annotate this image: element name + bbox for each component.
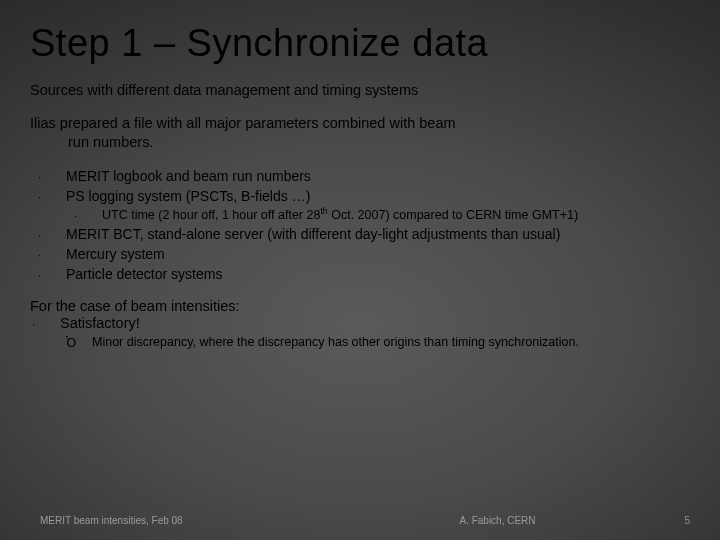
- slide-title: Step 1 – Synchronize data: [30, 22, 690, 65]
- bullet-dash-icon: ·: [36, 168, 66, 186]
- description-paragraph: Ilias prepared a file with all major par…: [30, 114, 690, 152]
- footer-left: MERIT beam intensities, Feb 08: [40, 515, 345, 526]
- bullet-dash-icon: ·: [36, 226, 66, 244]
- list-item: · Mercury system: [36, 246, 690, 264]
- footer-center: A. Fabich, CERN: [345, 515, 650, 526]
- sub-bullet-list: · UTC time (2 hour off, 1 hour off after…: [72, 208, 690, 224]
- satisfactory-text: Satisfactory!: [60, 315, 140, 331]
- bullet-dash-icon: ·: [30, 315, 60, 333]
- footer: MERIT beam intensities, Feb 08 A. Fabich…: [0, 515, 720, 526]
- description-line-2: run numbers.: [30, 133, 670, 152]
- list-item: · MERIT logbook and beam run numbers: [36, 168, 690, 186]
- sub-bullet-text: UTC time (2 hour off, 1 hour off after 2…: [102, 208, 690, 224]
- list-item: · Particle detector systems: [36, 266, 690, 284]
- bullet-text: Mercury system: [66, 246, 690, 264]
- arrow-text: Minor discrepancy, where the discrepancy…: [92, 335, 690, 351]
- list-item: · Satisfactory!: [30, 315, 690, 333]
- bullet-dash-icon: ·: [36, 246, 66, 264]
- bullet-text: MERIT BCT, stand-alone server (with diff…: [66, 226, 690, 244]
- bullet-text: PS logging system (PSCTs, B-fields …): [66, 188, 690, 206]
- list-item: · MERIT BCT, stand-alone server (with di…: [36, 226, 690, 244]
- bullet-dash-icon: ·: [36, 188, 66, 206]
- slide: Step 1 – Synchronize data Sources with d…: [0, 0, 720, 540]
- conclusion-section: For the case of beam intensities: · Sati…: [30, 298, 690, 351]
- superscript-th: th: [320, 205, 327, 215]
- bullet-dash-icon: ·: [72, 208, 102, 224]
- arrow-icon: Ὀ: [66, 335, 92, 351]
- conclusion-intro: For the case of beam intensities:: [30, 298, 690, 314]
- sub-bullet-pre: UTC time (2 hour off, 1 hour off after 2…: [102, 208, 320, 222]
- sub-bullet-post: Oct. 2007) compared to CERN time GMT+1): [328, 208, 578, 222]
- page-number: 5: [650, 515, 690, 526]
- bullet-text: MERIT logbook and beam run numbers: [66, 168, 690, 186]
- list-item: · PS logging system (PSCTs, B-fields …): [36, 188, 690, 206]
- bullet-list: · MERIT logbook and beam run numbers · P…: [36, 168, 690, 284]
- intro-paragraph: Sources with different data management a…: [30, 81, 690, 100]
- description-line-1: Ilias prepared a file with all major par…: [30, 115, 456, 131]
- list-item: Ὀ Minor discrepancy, where the discrepan…: [66, 335, 690, 351]
- list-item: · UTC time (2 hour off, 1 hour off after…: [72, 208, 690, 224]
- bullet-dash-icon: ·: [36, 266, 66, 284]
- bullet-text: Particle detector systems: [66, 266, 690, 284]
